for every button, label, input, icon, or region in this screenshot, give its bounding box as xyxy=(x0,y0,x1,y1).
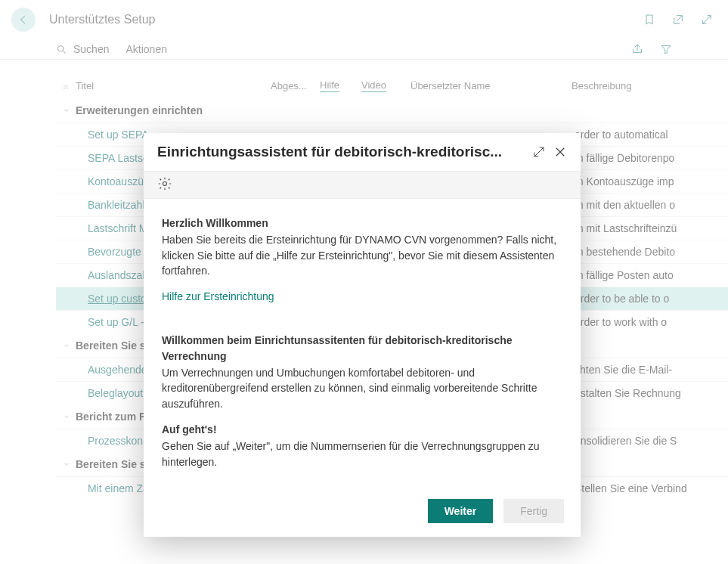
col-done[interactable]: Abges... xyxy=(271,80,320,91)
row-description: onsolidieren Sie die S xyxy=(575,435,728,447)
gear-icon[interactable] xyxy=(157,176,172,191)
row-description: m fällige Debitorenpo xyxy=(575,152,728,164)
chevron-down-icon xyxy=(59,107,74,114)
search-label: Suchen xyxy=(73,43,109,55)
modal-footer: Weiter Fertig xyxy=(428,499,564,523)
row-description: Stellen Sie eine Verbind xyxy=(575,482,728,494)
section3-text: Gehen Sie auf „Weiter", um die Nummernse… xyxy=(162,438,562,469)
chevron-down-icon xyxy=(59,413,74,420)
svg-point-0 xyxy=(58,45,64,51)
table-header: Titel Abges... Hilfe Video Übersetzter N… xyxy=(56,73,728,98)
row-description: order to work with o xyxy=(575,316,728,328)
expand-icon[interactable] xyxy=(701,14,713,26)
row-description: m mit Lastschrifteinzü xyxy=(575,222,728,234)
page-title: Unterstütztes Setup xyxy=(49,13,156,26)
next-button[interactable]: Weiter xyxy=(428,499,494,523)
section2-heading: Willkommen beim Einrichtunsassitenten fü… xyxy=(162,333,562,364)
row-description: chten Sie die E-Mail- xyxy=(575,364,728,376)
chevron-down-icon xyxy=(59,460,74,468)
col-help[interactable]: Hilfe xyxy=(320,79,361,92)
sort-toggle[interactable] xyxy=(56,82,76,91)
close-icon[interactable] xyxy=(553,145,567,159)
filter-icon[interactable] xyxy=(660,43,672,55)
expand-modal-icon[interactable] xyxy=(532,145,546,159)
welcome-heading: Herzlich Willkommen xyxy=(162,215,562,231)
search-button[interactable]: Suchen xyxy=(56,43,109,55)
row-description: m Kontoauszüge imp xyxy=(575,175,728,187)
chevrons-up-icon xyxy=(61,82,70,91)
open-new-window-icon[interactable] xyxy=(672,14,684,26)
row-description: order to automatical xyxy=(575,129,728,141)
finish-button: Fertig xyxy=(503,499,564,523)
actions-menu[interactable]: Aktionen xyxy=(125,43,166,55)
row-description: m fällige Posten auto xyxy=(575,269,728,281)
group-title: Bericht zum F xyxy=(74,411,146,423)
share-icon[interactable] xyxy=(631,43,643,55)
col-translated[interactable]: Übersetzter Name xyxy=(410,80,572,91)
page-header: Unterstütztes Setup xyxy=(0,0,728,39)
col-description[interactable]: Beschreibung xyxy=(572,80,728,91)
row-description: m mit den aktuellen o xyxy=(575,199,728,211)
back-button[interactable] xyxy=(11,8,36,32)
group-title: Bereiten Sie s xyxy=(74,339,146,352)
modal-body: Herzlich Willkommen Haben Sie bereits di… xyxy=(144,199,581,469)
section2-text: Um Verrechnungen und Umbuchungen komfort… xyxy=(162,365,562,411)
welcome-text: Haben Sie bereits die Ersteinrichtung fü… xyxy=(162,232,562,278)
list-toolbar: Suchen Aktionen xyxy=(0,39,728,60)
arrow-left-icon xyxy=(17,14,29,26)
group-title: Bereiten Sie s xyxy=(74,458,146,470)
col-video[interactable]: Video xyxy=(361,79,410,92)
setup-wizard-modal: Einrichtungsassistent für debitorisch-kr… xyxy=(144,133,581,537)
col-title[interactable]: Titel xyxy=(76,80,271,91)
group-row[interactable]: Erweiterungen einrichten xyxy=(56,98,728,122)
row-description: m bestehende Debito xyxy=(575,246,728,258)
group-title: Erweiterungen einrichten xyxy=(74,104,203,116)
row-description: order to be able to o xyxy=(575,293,728,305)
svg-point-1 xyxy=(163,182,167,186)
modal-title: Einrichtungsassistent für debitorisch-kr… xyxy=(157,144,525,160)
section3-heading: Auf geht's! xyxy=(162,422,562,437)
toolbar-icons xyxy=(631,43,672,55)
bookmark-icon[interactable] xyxy=(643,14,655,26)
modal-header: Einrichtungsassistent für debitorisch-kr… xyxy=(144,133,581,171)
row-description: estalten Sie Rechnung xyxy=(575,387,728,399)
modal-toolbar xyxy=(144,171,581,199)
header-actions xyxy=(643,14,713,26)
chevron-down-icon xyxy=(59,342,74,349)
search-icon xyxy=(56,44,67,55)
help-initial-setup-link[interactable]: Hilfe zur Ersteinrichtung xyxy=(162,289,274,304)
